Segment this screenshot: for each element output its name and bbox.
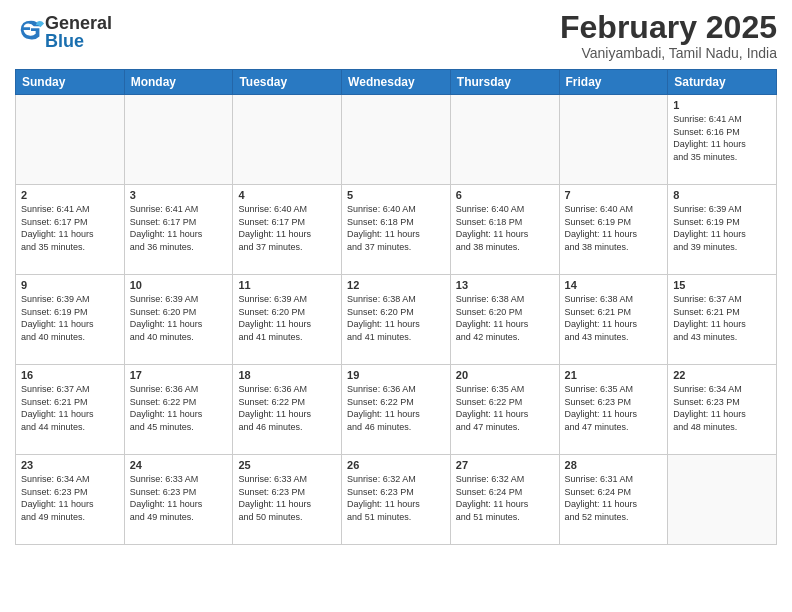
day-number: 16 xyxy=(21,369,119,381)
day-info: Sunrise: 6:33 AM Sunset: 6:23 PM Dayligh… xyxy=(130,473,228,523)
day-cell-2-1: 10Sunrise: 6:39 AM Sunset: 6:20 PM Dayli… xyxy=(124,275,233,365)
day-cell-3-4: 20Sunrise: 6:35 AM Sunset: 6:22 PM Dayli… xyxy=(450,365,559,455)
day-number: 17 xyxy=(130,369,228,381)
day-cell-2-5: 14Sunrise: 6:38 AM Sunset: 6:21 PM Dayli… xyxy=(559,275,668,365)
calendar-header-row: Sunday Monday Tuesday Wednesday Thursday… xyxy=(16,70,777,95)
day-cell-1-1: 3Sunrise: 6:41 AM Sunset: 6:17 PM Daylig… xyxy=(124,185,233,275)
day-info: Sunrise: 6:40 AM Sunset: 6:17 PM Dayligh… xyxy=(238,203,336,253)
day-cell-2-3: 12Sunrise: 6:38 AM Sunset: 6:20 PM Dayli… xyxy=(342,275,451,365)
logo-general: General xyxy=(45,14,112,32)
logo-icon xyxy=(17,16,45,44)
title-block: February 2025 Vaniyambadi, Tamil Nadu, I… xyxy=(560,10,777,61)
day-number: 19 xyxy=(347,369,445,381)
day-info: Sunrise: 6:37 AM Sunset: 6:21 PM Dayligh… xyxy=(673,293,771,343)
day-info: Sunrise: 6:39 AM Sunset: 6:19 PM Dayligh… xyxy=(21,293,119,343)
day-cell-1-3: 5Sunrise: 6:40 AM Sunset: 6:18 PM Daylig… xyxy=(342,185,451,275)
day-info: Sunrise: 6:33 AM Sunset: 6:23 PM Dayligh… xyxy=(238,473,336,523)
calendar: Sunday Monday Tuesday Wednesday Thursday… xyxy=(15,69,777,545)
day-cell-3-5: 21Sunrise: 6:35 AM Sunset: 6:23 PM Dayli… xyxy=(559,365,668,455)
day-number: 21 xyxy=(565,369,663,381)
day-number: 3 xyxy=(130,189,228,201)
day-cell-3-3: 19Sunrise: 6:36 AM Sunset: 6:22 PM Dayli… xyxy=(342,365,451,455)
day-cell-1-2: 4Sunrise: 6:40 AM Sunset: 6:17 PM Daylig… xyxy=(233,185,342,275)
day-cell-4-1: 24Sunrise: 6:33 AM Sunset: 6:23 PM Dayli… xyxy=(124,455,233,545)
calendar-body: 1Sunrise: 6:41 AM Sunset: 6:16 PM Daylig… xyxy=(16,95,777,545)
day-cell-0-0 xyxy=(16,95,125,185)
week-row-2: 2Sunrise: 6:41 AM Sunset: 6:17 PM Daylig… xyxy=(16,185,777,275)
day-info: Sunrise: 6:36 AM Sunset: 6:22 PM Dayligh… xyxy=(130,383,228,433)
day-number: 4 xyxy=(238,189,336,201)
col-saturday: Saturday xyxy=(668,70,777,95)
day-number: 1 xyxy=(673,99,771,111)
day-number: 26 xyxy=(347,459,445,471)
day-cell-1-0: 2Sunrise: 6:41 AM Sunset: 6:17 PM Daylig… xyxy=(16,185,125,275)
day-cell-0-4 xyxy=(450,95,559,185)
logo-text: General Blue xyxy=(45,14,112,50)
day-info: Sunrise: 6:40 AM Sunset: 6:18 PM Dayligh… xyxy=(456,203,554,253)
day-info: Sunrise: 6:32 AM Sunset: 6:23 PM Dayligh… xyxy=(347,473,445,523)
day-number: 23 xyxy=(21,459,119,471)
day-cell-1-6: 8Sunrise: 6:39 AM Sunset: 6:19 PM Daylig… xyxy=(668,185,777,275)
week-row-1: 1Sunrise: 6:41 AM Sunset: 6:16 PM Daylig… xyxy=(16,95,777,185)
day-info: Sunrise: 6:34 AM Sunset: 6:23 PM Dayligh… xyxy=(673,383,771,433)
day-info: Sunrise: 6:38 AM Sunset: 6:21 PM Dayligh… xyxy=(565,293,663,343)
day-number: 24 xyxy=(130,459,228,471)
day-info: Sunrise: 6:36 AM Sunset: 6:22 PM Dayligh… xyxy=(347,383,445,433)
day-number: 28 xyxy=(565,459,663,471)
day-number: 15 xyxy=(673,279,771,291)
day-cell-0-5 xyxy=(559,95,668,185)
day-cell-0-1 xyxy=(124,95,233,185)
col-tuesday: Tuesday xyxy=(233,70,342,95)
day-cell-4-2: 25Sunrise: 6:33 AM Sunset: 6:23 PM Dayli… xyxy=(233,455,342,545)
day-info: Sunrise: 6:40 AM Sunset: 6:18 PM Dayligh… xyxy=(347,203,445,253)
week-row-4: 16Sunrise: 6:37 AM Sunset: 6:21 PM Dayli… xyxy=(16,365,777,455)
day-info: Sunrise: 6:38 AM Sunset: 6:20 PM Dayligh… xyxy=(347,293,445,343)
col-sunday: Sunday xyxy=(16,70,125,95)
day-cell-4-3: 26Sunrise: 6:32 AM Sunset: 6:23 PM Dayli… xyxy=(342,455,451,545)
day-cell-3-6: 22Sunrise: 6:34 AM Sunset: 6:23 PM Dayli… xyxy=(668,365,777,455)
day-number: 12 xyxy=(347,279,445,291)
day-info: Sunrise: 6:36 AM Sunset: 6:22 PM Dayligh… xyxy=(238,383,336,433)
day-cell-4-4: 27Sunrise: 6:32 AM Sunset: 6:24 PM Dayli… xyxy=(450,455,559,545)
day-info: Sunrise: 6:38 AM Sunset: 6:20 PM Dayligh… xyxy=(456,293,554,343)
day-number: 11 xyxy=(238,279,336,291)
day-cell-2-4: 13Sunrise: 6:38 AM Sunset: 6:20 PM Dayli… xyxy=(450,275,559,365)
day-cell-2-2: 11Sunrise: 6:39 AM Sunset: 6:20 PM Dayli… xyxy=(233,275,342,365)
day-cell-0-6: 1Sunrise: 6:41 AM Sunset: 6:16 PM Daylig… xyxy=(668,95,777,185)
col-monday: Monday xyxy=(124,70,233,95)
col-wednesday: Wednesday xyxy=(342,70,451,95)
day-info: Sunrise: 6:35 AM Sunset: 6:23 PM Dayligh… xyxy=(565,383,663,433)
day-info: Sunrise: 6:39 AM Sunset: 6:20 PM Dayligh… xyxy=(130,293,228,343)
logo-blue: Blue xyxy=(45,32,112,50)
location-subtitle: Vaniyambadi, Tamil Nadu, India xyxy=(560,45,777,61)
day-number: 2 xyxy=(21,189,119,201)
day-cell-4-0: 23Sunrise: 6:34 AM Sunset: 6:23 PM Dayli… xyxy=(16,455,125,545)
day-number: 8 xyxy=(673,189,771,201)
day-info: Sunrise: 6:31 AM Sunset: 6:24 PM Dayligh… xyxy=(565,473,663,523)
day-info: Sunrise: 6:37 AM Sunset: 6:21 PM Dayligh… xyxy=(21,383,119,433)
day-cell-0-3 xyxy=(342,95,451,185)
day-number: 25 xyxy=(238,459,336,471)
day-cell-3-0: 16Sunrise: 6:37 AM Sunset: 6:21 PM Dayli… xyxy=(16,365,125,455)
day-number: 18 xyxy=(238,369,336,381)
day-cell-4-5: 28Sunrise: 6:31 AM Sunset: 6:24 PM Dayli… xyxy=(559,455,668,545)
month-title: February 2025 xyxy=(560,10,777,45)
day-cell-1-5: 7Sunrise: 6:40 AM Sunset: 6:19 PM Daylig… xyxy=(559,185,668,275)
day-number: 20 xyxy=(456,369,554,381)
day-cell-4-6 xyxy=(668,455,777,545)
logo: General Blue xyxy=(15,14,112,50)
day-info: Sunrise: 6:35 AM Sunset: 6:22 PM Dayligh… xyxy=(456,383,554,433)
day-number: 22 xyxy=(673,369,771,381)
day-cell-3-2: 18Sunrise: 6:36 AM Sunset: 6:22 PM Dayli… xyxy=(233,365,342,455)
day-number: 5 xyxy=(347,189,445,201)
day-number: 9 xyxy=(21,279,119,291)
day-info: Sunrise: 6:41 AM Sunset: 6:16 PM Dayligh… xyxy=(673,113,771,163)
header: General Blue February 2025 Vaniyambadi, … xyxy=(15,10,777,61)
day-info: Sunrise: 6:41 AM Sunset: 6:17 PM Dayligh… xyxy=(130,203,228,253)
day-info: Sunrise: 6:41 AM Sunset: 6:17 PM Dayligh… xyxy=(21,203,119,253)
day-info: Sunrise: 6:39 AM Sunset: 6:19 PM Dayligh… xyxy=(673,203,771,253)
day-info: Sunrise: 6:39 AM Sunset: 6:20 PM Dayligh… xyxy=(238,293,336,343)
day-number: 14 xyxy=(565,279,663,291)
day-cell-2-6: 15Sunrise: 6:37 AM Sunset: 6:21 PM Dayli… xyxy=(668,275,777,365)
day-number: 6 xyxy=(456,189,554,201)
